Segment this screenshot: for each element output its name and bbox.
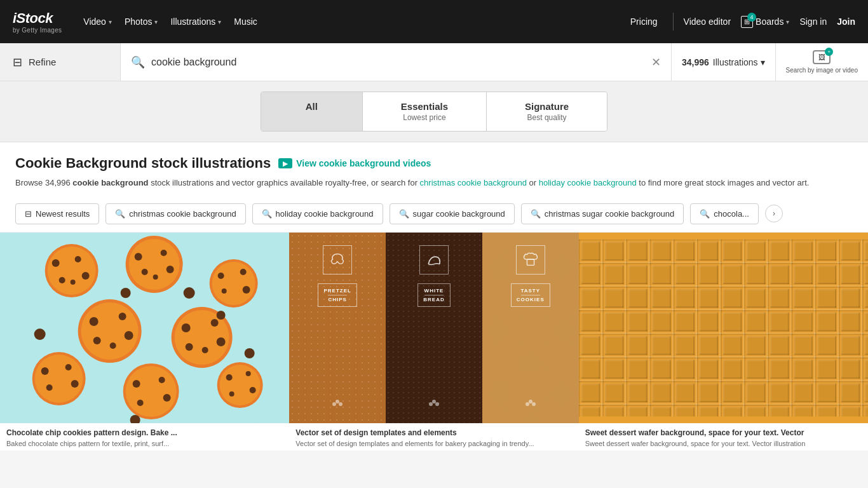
nav-photos-chevron-icon: ▾	[154, 18, 158, 25]
nav-photos[interactable]: Photos ▾	[125, 17, 158, 27]
search-by-image-icon: 🖼 +	[813, 50, 831, 64]
image-description-3: Sweet dessert wafer background, space fo…	[585, 439, 862, 448]
pricing-button[interactable]: Pricing	[625, 17, 663, 27]
svg-point-7	[71, 280, 76, 285]
search-bar: 🔍 ✕	[121, 55, 671, 69]
image-caption-3: Sweet dessert wafer background, space fo…	[579, 423, 868, 451]
svg-point-12	[166, 266, 174, 273]
svg-point-61	[339, 402, 342, 406]
svg-point-63	[432, 400, 436, 403]
search-section: ⊟ Refine 🔍 ✕ 34,996 Illustrations ▾ 🖼 + …	[0, 43, 868, 81]
newest-results-filter[interactable]: ⊟ Newest results	[15, 203, 99, 224]
join-button[interactable]: Join	[837, 17, 855, 27]
svg-point-39	[71, 380, 79, 388]
svg-point-6	[59, 277, 65, 283]
svg-point-17	[218, 273, 224, 279]
image-3	[579, 233, 868, 423]
type-dropdown[interactable]: Illustrations ▾	[713, 57, 765, 67]
svg-point-42	[126, 366, 177, 417]
image-card-1[interactable]: Chocolate chip cookies pattern design. B…	[0, 233, 289, 451]
svg-point-19	[243, 286, 250, 294]
svg-point-14	[153, 274, 158, 280]
svg-point-23	[90, 317, 98, 326]
tab-all[interactable]: All	[261, 92, 363, 131]
boards-badge: 4	[747, 13, 756, 22]
nav-music[interactable]: Music	[234, 17, 257, 27]
svg-point-60	[336, 400, 339, 403]
nav-illustrations[interactable]: Illustrations ▾	[170, 17, 221, 27]
chevron-right-icon: ›	[773, 209, 775, 218]
svg-point-46	[137, 400, 144, 406]
image-title-3: Sweet dessert wafer background, space fo…	[585, 428, 862, 438]
svg-point-52	[229, 391, 234, 396]
tab-essentials[interactable]: Essentials Lowest price	[363, 92, 487, 131]
nav-illustrations-chevron-icon: ▾	[218, 18, 221, 25]
svg-point-43	[133, 380, 140, 388]
svg-point-50	[246, 371, 251, 376]
svg-point-10	[135, 253, 142, 261]
holiday-cookie-link[interactable]: holiday cookie background	[539, 178, 637, 187]
svg-point-49	[226, 374, 233, 381]
sign-in-button[interactable]: Sign in	[799, 17, 827, 27]
svg-point-53	[121, 288, 131, 298]
image-title-2: Vector set of design templates and eleme…	[295, 428, 572, 438]
svg-point-13	[142, 269, 148, 275]
logo-text: iStock	[13, 10, 62, 27]
image-1	[0, 233, 289, 423]
suggestion-holiday-cookie[interactable]: 🔍 holiday cookie background	[252, 203, 383, 224]
svg-point-16	[212, 262, 255, 305]
results-count: 34,996	[682, 57, 709, 67]
search-by-image-button[interactable]: 🖼 + Search by image or video	[775, 43, 868, 81]
svg-point-33	[186, 343, 193, 351]
svg-point-27	[110, 342, 116, 349]
image-card-3[interactable]: Sweet dessert wafer background, space fo…	[579, 233, 868, 451]
svg-point-3	[52, 259, 60, 267]
play-icon: ▶	[278, 158, 292, 168]
svg-point-54	[217, 311, 226, 320]
image-title-1: Chocolate chip cookies pattern design. B…	[6, 428, 283, 438]
boards-icon: ⊞ 4	[741, 16, 753, 28]
video-editor-button[interactable]: Video editor	[684, 17, 731, 27]
search-input[interactable]	[151, 57, 645, 68]
christmas-cookie-link[interactable]: christmas cookie background	[420, 178, 527, 187]
svg-rect-80	[579, 239, 868, 416]
svg-point-26	[93, 337, 101, 344]
refine-icon: ⊟	[13, 55, 22, 69]
suggestion-christmas-sugar-cookie[interactable]: 🔍 christmas sugar cookie background	[521, 203, 684, 224]
filter-tabs: All Essentials Lowest price Signature Be…	[261, 92, 607, 132]
nav-video[interactable]: Video ▾	[83, 17, 112, 27]
suggestion-christmas-cookie[interactable]: 🔍 christmas cookie background	[105, 203, 245, 224]
type-dropdown-chevron-icon: ▾	[761, 57, 765, 67]
tab-signature[interactable]: Signature Best quality	[487, 92, 607, 131]
image-grid: Chocolate chip cookies pattern design. B…	[0, 233, 868, 451]
svg-point-51	[250, 387, 256, 393]
title-row: Cookie Background stock illustrations ▶ …	[15, 155, 853, 172]
clear-icon[interactable]: ✕	[651, 55, 661, 69]
svg-point-5	[82, 272, 90, 280]
search-pill-icon: 🔍	[262, 209, 272, 219]
svg-point-4	[75, 256, 81, 262]
refine-button[interactable]: ⊟ Refine	[0, 43, 121, 81]
image-card-2[interactable]: PRETZEL CHIPS	[289, 233, 578, 451]
main-nav: Video ▾ Photos ▾ Illustrations ▾ Music	[83, 17, 257, 27]
svg-point-64	[435, 402, 439, 406]
logo[interactable]: iStock by Getty Images	[13, 10, 62, 34]
svg-point-36	[35, 355, 83, 403]
svg-point-31	[211, 319, 219, 327]
view-videos-link[interactable]: ▶ View cookie background videos	[278, 158, 431, 168]
title-section: Cookie Background stock illustrations ▶ …	[0, 142, 868, 196]
svg-point-20	[222, 288, 227, 294]
image-caption-1: Chocolate chip cookies pattern design. B…	[0, 423, 289, 451]
svg-point-44	[159, 377, 165, 383]
suggestion-chocola[interactable]: 🔍 chocola...	[690, 203, 759, 224]
site-header: iStock by Getty Images Video ▾ Photos ▾ …	[0, 0, 868, 43]
search-pill-icon: 🔍	[531, 209, 541, 219]
svg-point-9	[129, 239, 180, 290]
svg-point-37	[41, 367, 49, 375]
suggestions-row: ⊟ Newest results 🔍 christmas cookie back…	[0, 196, 868, 233]
scroll-right-button[interactable]: ›	[765, 205, 783, 222]
image-description-1: Baked chocolate chips pattern for textil…	[6, 439, 283, 448]
suggestion-sugar-cookie[interactable]: 🔍 sugar cookie background	[390, 203, 515, 224]
search-type-selector[interactable]: 34,996 Illustrations ▾	[671, 43, 775, 81]
boards-button[interactable]: ⊞ 4 Boards ▾	[741, 16, 789, 28]
